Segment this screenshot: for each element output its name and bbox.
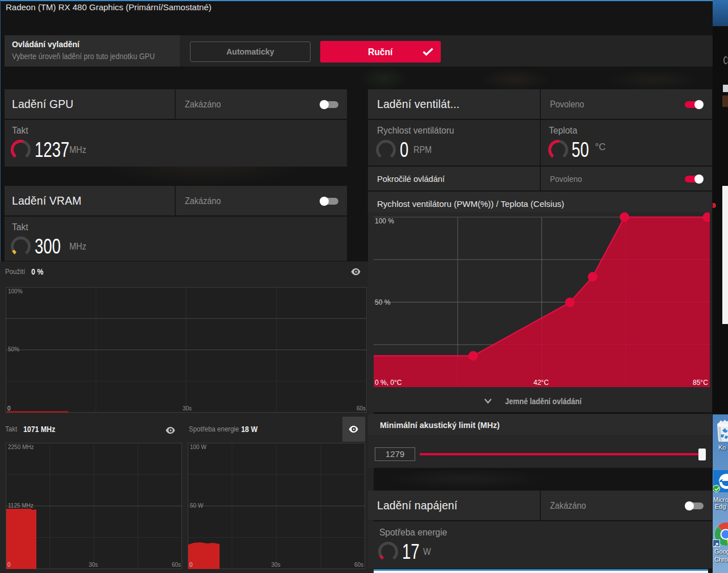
- svg-text:50%: 50%: [8, 346, 19, 352]
- svg-text:50 %: 50 %: [375, 298, 391, 306]
- svg-text:30s: 30s: [271, 562, 280, 568]
- svg-text:85°C: 85°C: [693, 379, 708, 387]
- svg-text:30s: 30s: [183, 405, 192, 412]
- svg-text:1125 MHz: 1125 MHz: [8, 503, 34, 509]
- svg-text:100%: 100%: [8, 288, 23, 294]
- svg-text:100 W: 100 W: [190, 444, 206, 450]
- svg-text:30s: 30s: [89, 562, 98, 568]
- svg-text:100 %: 100 %: [375, 217, 394, 225]
- svg-text:42°C: 42°C: [533, 379, 549, 387]
- svg-text:0: 0: [189, 562, 193, 568]
- svg-text:60s: 60s: [354, 562, 363, 568]
- svg-text:60s: 60s: [172, 562, 181, 568]
- svg-text:2250 MHz: 2250 MHz: [8, 444, 34, 450]
- svg-text:0: 0: [7, 562, 11, 568]
- svg-text:0: 0: [7, 405, 11, 412]
- svg-text:60s: 60s: [357, 405, 366, 412]
- svg-text:0 %, 0°C: 0 %, 0°C: [375, 379, 402, 387]
- svg-text:50 W: 50 W: [190, 503, 204, 509]
